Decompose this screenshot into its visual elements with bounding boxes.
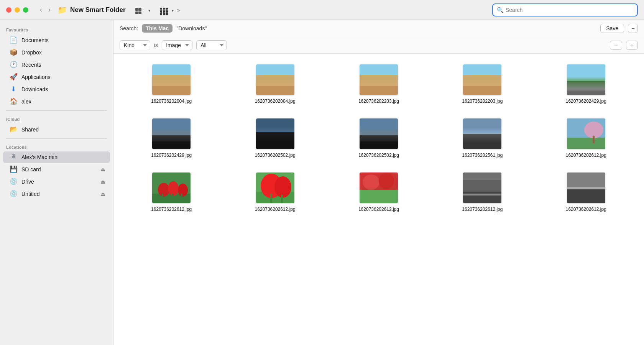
shared-icon: 📂 [9, 125, 18, 133]
search-icon: 🔍 [497, 7, 503, 13]
sidebar-item-sdcard[interactable]: 💾 SD card ⏏ [3, 163, 110, 175]
sidebar-documents-label: Documents [21, 37, 49, 43]
svg-point-21 [379, 172, 394, 189]
sidebar-item-downloads[interactable]: ⬇ Downloads [3, 83, 110, 95]
thumbnail-image [567, 64, 605, 95]
file-item[interactable]: 1620736202612.jpg [123, 169, 220, 216]
is-label: is [154, 42, 158, 48]
file-thumbnail [567, 172, 605, 203]
grid-view-button[interactable] [133, 4, 143, 15]
chevron-down-icon: ▾ [148, 8, 150, 13]
big-grid-options-button[interactable]: ▾ [170, 5, 176, 15]
sidebar-item-drive[interactable]: 💿 Drive ⏏ [3, 176, 110, 187]
recents-icon: 🕐 [9, 61, 18, 69]
file-thumbnail [256, 172, 294, 203]
svg-rect-9 [162, 194, 163, 199]
sidebar-item-untitled[interactable]: 💿 Untitled ⏏ [3, 188, 110, 200]
sdcard-icon: 💾 [9, 165, 18, 173]
file-item[interactable]: 1620736202004.jpg [226, 61, 324, 108]
view-controls: ▾ [133, 4, 152, 15]
sidebar-divider-1 [6, 110, 107, 111]
close-search-button[interactable]: – [628, 24, 638, 33]
sidebar-drive-label: Drive [21, 179, 34, 185]
sidebar-item-applications[interactable]: 🚀 Applications [3, 71, 110, 83]
file-item[interactable]: 1620736202502.jpg [226, 115, 324, 162]
favourites-label: Favourites [0, 25, 113, 34]
file-thumbnail [567, 64, 605, 95]
big-grid-view-button[interactable] [158, 3, 170, 16]
file-item[interactable]: 1620736202612.jpg [434, 169, 531, 216]
file-item[interactable]: 1620736202203.jpg [330, 61, 427, 108]
file-thumbnail [463, 118, 501, 149]
sidebar-recents-label: Recents [21, 62, 41, 68]
file-name: 1620736202612.jpg [566, 152, 606, 159]
filter-remove-button[interactable]: − [610, 41, 622, 50]
file-thumbnail [567, 118, 605, 149]
svg-rect-3 [593, 136, 595, 143]
search-input[interactable] [506, 7, 633, 13]
svg-rect-11 [181, 194, 182, 199]
minimize-button[interactable] [15, 7, 20, 13]
search-box[interactable]: 🔍 [492, 3, 638, 16]
file-item[interactable]: 1620736202612.jpg [226, 169, 324, 216]
file-name: 1620736202004.jpg [151, 98, 192, 105]
sidebar: Favourites 📄 Documents 📦 Dropbox 🕐 Recen… [0, 20, 113, 345]
sdcard-eject-button[interactable]: ⏏ [100, 166, 105, 172]
locations-label: Locations [0, 142, 113, 151]
search-filter-bar: Search: This Mac "Downloads" Save – [113, 20, 644, 37]
this-mac-button[interactable]: This Mac [142, 24, 172, 33]
file-thumbnail [463, 172, 501, 203]
image-filter-select[interactable]: Image [162, 40, 192, 50]
sidebar-item-dropbox[interactable]: 📦 Dropbox [3, 46, 110, 58]
file-name: 1620736202612.jpg [358, 206, 399, 213]
drive-eject-button[interactable]: ⏏ [100, 179, 105, 185]
sidebar-item-alexmac[interactable]: 🖥 Alex's Mac mini [3, 151, 110, 163]
untitled-disk-icon: 💿 [9, 190, 18, 198]
svg-rect-10 [171, 194, 173, 199]
svg-rect-24 [463, 194, 501, 196]
sidebar-item-alex[interactable]: 🏠 alex [3, 95, 110, 107]
downloads-icon: ⬇ [9, 85, 18, 93]
sidebar-item-shared[interactable]: 📂 Shared [3, 123, 110, 135]
sidebar-sdcard-label: SD card [21, 166, 41, 172]
downloads-search-button[interactable]: "Downloads" [176, 25, 207, 31]
file-thumbnail [152, 64, 191, 95]
back-button[interactable]: ‹ [38, 5, 44, 15]
folder-icon: 📁 [58, 5, 67, 15]
file-item[interactable]: 1620736202612.jpg [537, 169, 635, 216]
file-name: 1620736202612.jpg [462, 206, 503, 213]
maximize-button[interactable] [23, 7, 28, 13]
file-item[interactable]: 1620736202429.jpg [537, 61, 635, 108]
svg-point-8 [178, 184, 188, 197]
save-button[interactable]: Save [600, 24, 624, 33]
forward-button[interactable]: › [46, 5, 53, 15]
folder-documents-icon: 📄 [9, 36, 18, 44]
file-thumbnail [360, 64, 398, 95]
file-item[interactable]: 1620736202612.jpg [537, 115, 635, 162]
sidebar-divider-2 [6, 138, 107, 139]
sidebar-item-recents[interactable]: 🕐 Recents [3, 59, 110, 71]
file-item[interactable]: 1620736202203.jpg [434, 61, 531, 108]
kind-filter-select[interactable]: Kind [120, 40, 150, 50]
svg-rect-25 [463, 172, 501, 180]
file-thumbnail [463, 64, 501, 95]
file-grid: 1620736202004.jpg 1620736202004.jpg 1620… [113, 54, 644, 345]
chevron-down-icon-2: ▾ [172, 8, 174, 13]
sidebar-item-documents[interactable]: 📄 Documents [3, 34, 110, 46]
file-item[interactable]: 1620736202612.jpg [330, 169, 427, 216]
all-filter-select[interactable]: All [196, 40, 227, 50]
folder-title-area: 📁 New Smart Folder [58, 5, 126, 15]
view-options-button[interactable]: ▾ [146, 5, 152, 15]
file-item[interactable]: 1620736202561.jpg [434, 115, 531, 162]
svg-rect-27 [567, 188, 605, 203]
close-button[interactable] [6, 7, 12, 13]
untitled-eject-button[interactable]: ⏏ [100, 191, 105, 197]
file-name: 1620736202203.jpg [358, 98, 399, 105]
file-item[interactable]: 1620736202502.jpg [330, 115, 427, 162]
file-item[interactable]: 1620736202429.jpg [123, 115, 220, 162]
file-item[interactable]: 1620736202004.jpg [123, 61, 220, 108]
file-thumbnail [152, 118, 191, 149]
filter-add-button[interactable]: + [626, 41, 638, 50]
file-name: 1620736202203.jpg [462, 98, 503, 105]
sidebar-alex-label: alex [21, 99, 31, 105]
